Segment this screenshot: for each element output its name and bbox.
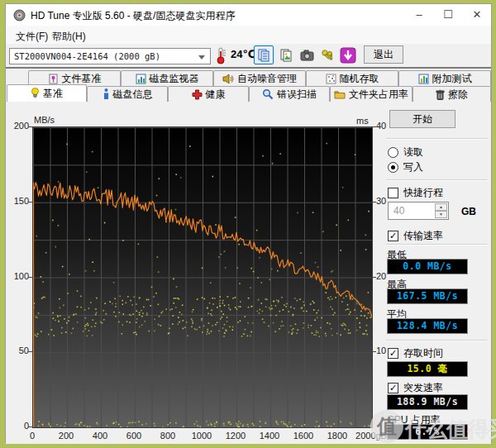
tick-label: 150 <box>7 196 29 206</box>
read-radio-row[interactable]: 读取 <box>388 145 423 160</box>
benchmark-icon <box>31 88 40 99</box>
file-benchmark-icon <box>48 74 59 84</box>
access-time-row[interactable]: ✓ 存取时间 <box>388 346 443 360</box>
random-access-icon <box>326 74 336 84</box>
benchmark-panel: 开始 读取 写入 快捷行程 40 ▲ ▼ GB ✓ <box>382 102 491 444</box>
tab-disk-monitor[interactable]: 磁盘监视器 <box>121 70 213 86</box>
access-time-label: 存取时间 <box>403 346 443 360</box>
tab-label: 随机存取 <box>340 72 379 86</box>
separator <box>386 138 487 140</box>
screenshot-button[interactable] <box>297 45 317 64</box>
access-time-display: 15.0 毫 <box>387 361 468 377</box>
burst-rate-label: 突发速率 <box>403 381 443 395</box>
health-icon <box>192 89 203 100</box>
screenshot-frame: HD Tune 专业版 5.60 - 硬盘/固态硬盘实用程序 – ☐ ✕ 文件(… <box>0 0 496 448</box>
menu-help[interactable]: 帮助(H) <box>49 28 89 45</box>
tab-label: 磁盘信息 <box>113 88 153 102</box>
burst-rate-display: 188.9 MB/s <box>387 394 468 410</box>
transfer-rate-row[interactable]: ✓ 传输速率 <box>388 229 443 243</box>
error-scan-icon <box>262 88 274 100</box>
copy-text-icon <box>257 49 270 62</box>
window-title: HD Tune 专业版 5.60 - 硬盘/固态硬盘实用程序 <box>31 9 235 23</box>
write-radio-row[interactable]: 写入 <box>388 160 423 174</box>
tick-mark <box>372 351 376 352</box>
write-radio[interactable] <box>388 162 398 173</box>
tab-label: 文件基准 <box>62 72 102 86</box>
copy-image-button[interactable] <box>276 45 296 64</box>
short-stroke-spinner[interactable]: 40 ▲ ▼ <box>388 202 449 220</box>
read-radio[interactable] <box>388 147 398 158</box>
radio-dot <box>391 165 395 169</box>
keys-icon <box>321 49 334 62</box>
burst-rate-checkbox[interactable]: ✓ <box>388 383 398 393</box>
acoustic-management-icon <box>222 74 234 84</box>
tab-benchmark[interactable]: 基准 <box>7 84 87 102</box>
copy-text-button[interactable] <box>254 45 274 64</box>
tab-label: 错误扫描 <box>277 88 317 102</box>
transfer-rate-checkbox[interactable]: ✓ <box>388 231 398 241</box>
tab-label: 附加测试 <box>432 72 472 86</box>
folder-usage-icon <box>334 89 346 99</box>
tick-mark <box>28 351 32 352</box>
extra-tests-icon <box>418 74 429 84</box>
short-stroke-label: 快捷行程 <box>403 186 443 200</box>
camera-icon <box>300 50 314 61</box>
tab-label: 健康 <box>206 88 226 102</box>
save-download-icon <box>340 47 356 64</box>
tab-disk-info[interactable]: 磁盘信息 <box>87 86 168 102</box>
tab-acoustic-management[interactable]: 自动噪音管理 <box>213 70 306 86</box>
read-label: 读取 <box>403 145 423 160</box>
max-value-display: 167.5 MB/s <box>387 288 468 304</box>
close-button[interactable]: ✕ <box>465 4 489 26</box>
toolbar: ST2000VN004-2E4164 (2000 gB) 24℃ <box>6 44 491 67</box>
tab-erase[interactable]: 擦除 <box>413 86 491 102</box>
tab-label: 擦除 <box>448 88 468 102</box>
tab-folder-usage[interactable]: 文件夹占用率 <box>330 86 413 102</box>
save-button[interactable] <box>338 45 358 64</box>
tab-label: 自动噪音管理 <box>237 72 297 86</box>
start-button[interactable]: 开始 <box>389 110 455 128</box>
tab-health[interactable]: 健康 <box>168 86 249 102</box>
separator <box>386 244 487 245</box>
options-button[interactable] <box>317 45 337 64</box>
toolbar-divider <box>6 67 491 69</box>
menu-file[interactable]: 文件(F) <box>12 28 51 45</box>
short-stroke-value: 40 <box>393 205 404 217</box>
short-stroke-checkbox[interactable] <box>388 188 398 198</box>
copy-image-icon <box>279 49 293 62</box>
short-stroke-row[interactable]: 快捷行程 <box>388 186 443 200</box>
plot-area <box>32 126 373 428</box>
tick-mark <box>372 202 376 203</box>
spinner-down-button[interactable]: ▼ <box>435 211 447 218</box>
separator <box>386 179 487 181</box>
tab-extra-tests[interactable]: 附加测试 <box>398 70 491 86</box>
exit-button[interactable]: 退出 <box>364 45 403 64</box>
tick-mark <box>28 202 32 203</box>
write-label: 写入 <box>403 160 423 174</box>
minimize-button[interactable]: – <box>407 4 432 26</box>
y-right-axis-title: ms <box>356 116 369 126</box>
tick-mark <box>372 277 376 278</box>
tab-random-access[interactable]: 随机存取 <box>306 70 398 86</box>
content-area: MB/s ms 200150100500 40302010 0200400600… <box>6 102 491 444</box>
spinner-up-button[interactable]: ▲ <box>435 203 447 211</box>
avg-value-display: 128.4 MB/s <box>387 318 468 334</box>
app-window: HD Tune 专业版 5.60 - 硬盘/固态硬盘实用程序 – ☐ ✕ 文件(… <box>5 3 492 443</box>
menu-bar: 文件(F) 帮助(H) <box>6 26 491 45</box>
tab-label: 磁盘监视器 <box>150 72 199 86</box>
tick-label: 200 <box>7 121 29 131</box>
tick-mark <box>372 126 376 127</box>
tab-row-bottom: 基准 磁盘信息 健康 错误扫描 文 <box>6 86 491 102</box>
burst-rate-row[interactable]: ✓ 突发速率 <box>388 381 443 395</box>
drive-select[interactable]: ST2000VN004-2E4164 (2000 gB) <box>9 48 211 64</box>
disk-info-icon <box>103 88 110 100</box>
maximize-button[interactable]: ☐ <box>436 4 460 26</box>
tab-label: 基准 <box>43 87 63 101</box>
chevron-down-icon <box>198 55 205 60</box>
tab-error-scan[interactable]: 错误扫描 <box>249 86 330 102</box>
transfer-rate-label: 传输速率 <box>403 229 443 243</box>
tab-label: 文件夹占用率 <box>349 88 408 102</box>
drive-select-value: ST2000VN004-2E4164 (2000 gB) <box>14 51 160 61</box>
access-time-checkbox[interactable]: ✓ <box>388 348 398 359</box>
separator <box>386 340 487 341</box>
